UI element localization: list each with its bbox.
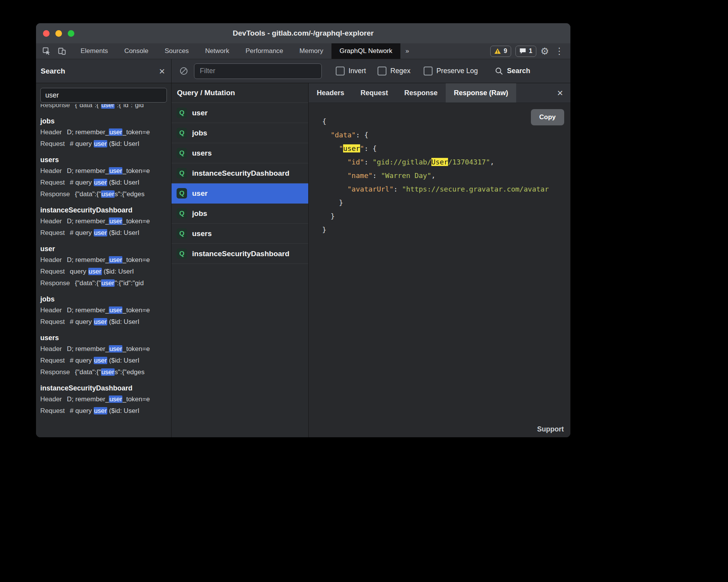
search-match: user xyxy=(109,256,122,264)
search-match: user xyxy=(94,179,107,186)
close-window-button[interactable] xyxy=(43,30,50,37)
json-line: "user": { xyxy=(322,142,570,155)
query-list-item[interactable]: QinstanceSecurityDashboard xyxy=(172,163,308,183)
search-result-section-title[interactable]: users xyxy=(40,334,167,342)
query-list-item[interactable]: Quser xyxy=(172,103,308,123)
result-text-pre: D; remember_ xyxy=(67,128,109,136)
message-count: 1 xyxy=(529,48,532,55)
copy-button[interactable]: Copy xyxy=(531,109,565,125)
clear-log-icon[interactable] xyxy=(177,65,190,77)
devtools-tab-performance[interactable]: Performance xyxy=(237,43,291,59)
json-token: " xyxy=(360,144,364,152)
search-result-section-title[interactable]: user xyxy=(40,245,167,253)
result-text-pre: D; remember_ xyxy=(67,167,109,175)
query-list-item[interactable]: Qjobs xyxy=(172,123,308,143)
devtools-tab-graphql-network[interactable]: GraphQL Network xyxy=(331,43,400,59)
query-list-item[interactable]: Qusers xyxy=(172,143,308,163)
filter-input[interactable] xyxy=(194,63,322,79)
response-tab-headers[interactable]: Headers xyxy=(309,83,352,103)
search-match: user xyxy=(101,279,115,287)
response-tab-response[interactable]: Response xyxy=(396,83,446,103)
result-text-pre: {"data":{" xyxy=(75,104,101,109)
search-result-section-title[interactable]: jobs xyxy=(40,117,167,125)
query-list-item[interactable]: QinstanceSecurityDashboard xyxy=(172,244,308,264)
search-result-line[interactable]: Response{"data":{"users":{"edges xyxy=(40,366,167,378)
response-tab-request[interactable]: Request xyxy=(352,83,396,103)
search-match: user xyxy=(109,128,122,136)
search-result-line[interactable]: Request# query user ($id: UserI xyxy=(40,177,167,188)
devtools-tab-console[interactable]: Console xyxy=(116,43,156,59)
response-tab-response-raw[interactable]: Response (Raw) xyxy=(446,83,516,103)
search-result-line[interactable]: Request# query user ($id: UserI xyxy=(40,316,167,328)
response-tab-list: HeadersRequestResponseResponse (Raw) xyxy=(309,83,516,103)
result-kind-label: Request xyxy=(40,140,65,147)
search-result-section-title[interactable]: instanceSecurityDashboard xyxy=(40,384,167,392)
maximize-window-button[interactable] xyxy=(68,30,74,37)
query-list-item[interactable]: Qusers xyxy=(172,224,308,244)
search-result-line[interactable]: HeaderD; remember_user_token=e xyxy=(40,127,167,138)
response-panel: HeadersRequestResponseResponse (Raw) × C… xyxy=(309,83,570,437)
query-name: instanceSecurityDashboard xyxy=(192,169,289,178)
result-kind-label: Request xyxy=(40,407,65,414)
warnings-badge[interactable]: 9 xyxy=(490,46,511,57)
preserve-log-checkbox[interactable] xyxy=(424,67,433,75)
json-line: "id": "gid://gitlab/User/13704317", xyxy=(322,155,570,169)
search-result-line[interactable]: HeaderD; remember_user_token=e xyxy=(40,305,167,316)
toolbar-search-button[interactable]: Search xyxy=(495,67,530,75)
search-result-line[interactable]: Requestquery user ($id: UserI xyxy=(40,266,167,277)
devtools-tab-elements[interactable]: Elements xyxy=(72,43,116,59)
devtools-tab-network[interactable]: Network xyxy=(197,43,237,59)
search-panel-title: Search xyxy=(41,67,65,75)
devtools-tab-sources[interactable]: Sources xyxy=(156,43,197,59)
search-result-line[interactable]: Request# query user ($id: UserI xyxy=(40,355,167,366)
result-text-post: _token=e xyxy=(122,306,149,314)
result-text-post: ($id: UserI xyxy=(107,357,139,364)
search-match: user xyxy=(94,140,107,147)
search-result-line[interactable]: Request# query user ($id: UserI xyxy=(40,138,167,150)
minimize-window-button[interactable] xyxy=(55,30,62,37)
search-result-line[interactable]: Response{"data":{"users":{"edges xyxy=(40,188,167,200)
devtools-tab-memory[interactable]: Memory xyxy=(291,43,331,59)
result-kind-label: Header xyxy=(40,306,62,314)
search-result-section-title[interactable]: jobs xyxy=(40,295,167,303)
result-text-post: _token=e xyxy=(122,167,149,175)
close-detail-icon[interactable]: × xyxy=(550,83,570,103)
search-result-line[interactable]: HeaderD; remember_user_token=e xyxy=(40,394,167,405)
search-result-line[interactable]: HeaderD; remember_user_token=e xyxy=(40,254,167,266)
search-highlight: User xyxy=(431,158,448,166)
warning-icon xyxy=(494,48,501,54)
search-result-section-title[interactable]: instanceSecurityDashboard xyxy=(40,206,167,214)
device-toolbar-icon[interactable] xyxy=(55,45,69,57)
kebab-menu-icon[interactable]: ⋮ xyxy=(553,46,565,56)
search-match: user xyxy=(94,229,107,236)
support-link[interactable]: Support xyxy=(537,425,564,433)
search-result-line[interactable]: HeaderD; remember_user_token=e xyxy=(40,165,167,177)
close-search-panel-icon[interactable]: × xyxy=(159,66,165,76)
search-result-line[interactable]: Request# query user ($id: UserI xyxy=(40,405,167,417)
response-tab-bar: HeadersRequestResponseResponse (Raw) × xyxy=(309,83,570,103)
settings-gear-icon[interactable]: ⚙ xyxy=(541,46,549,57)
query-list-item[interactable]: Quser xyxy=(172,183,308,204)
query-type-badge: Q xyxy=(177,228,187,239)
search-result-line[interactable]: HeaderD; remember_user_token=e xyxy=(40,343,167,355)
json-token: /13704317" xyxy=(448,158,490,166)
search-result-partial[interactable]: Response{"data":{"user":{"id":"gid xyxy=(40,104,167,111)
query-list-item[interactable]: Qjobs xyxy=(172,204,308,224)
result-text-pre: D; remember_ xyxy=(67,256,109,264)
json-token: } xyxy=(322,199,343,207)
query-type-badge: Q xyxy=(177,168,187,178)
invert-checkbox[interactable] xyxy=(336,67,345,75)
raw-response-view: Copy { "data": { "user": { "id": "gid://… xyxy=(309,103,570,437)
json-token: { xyxy=(322,117,326,125)
regex-checkbox[interactable] xyxy=(378,67,386,75)
search-input[interactable] xyxy=(40,88,167,103)
inspect-icon[interactable] xyxy=(40,45,53,57)
search-result-line[interactable]: Response{"data":{"user":{"id":"gid xyxy=(40,104,167,111)
search-result-line[interactable]: Request# query user ($id: UserI xyxy=(40,227,167,239)
search-result-line[interactable]: HeaderD; remember_user_token=e xyxy=(40,216,167,227)
more-tabs-chevron-icon[interactable]: » xyxy=(400,43,414,59)
search-result-line[interactable]: Response{"data":{"user":{"id":"gid xyxy=(40,277,167,289)
search-result-section-title[interactable]: users xyxy=(40,156,167,164)
regex-checkbox-group: Regex xyxy=(378,67,410,75)
messages-badge[interactable]: 1 xyxy=(515,46,536,57)
